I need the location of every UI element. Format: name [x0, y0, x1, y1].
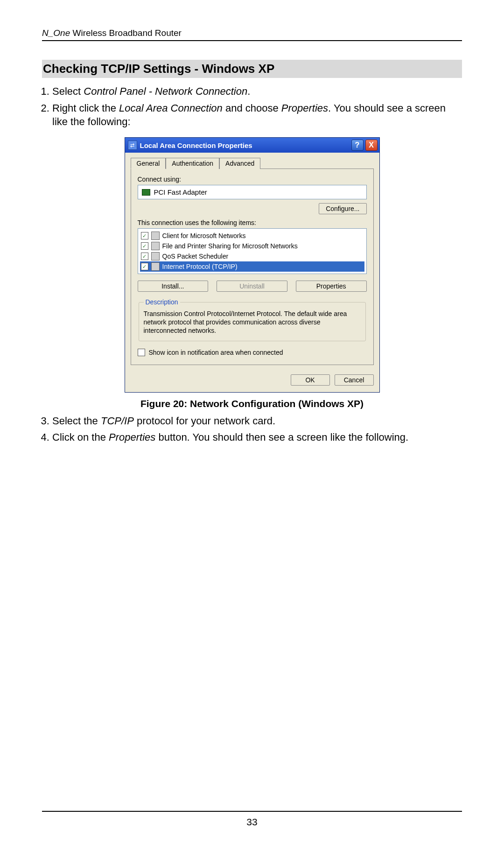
close-button[interactable]: X [365, 140, 378, 151]
page-number: 33 [0, 816, 504, 828]
adapter-name: PCI Fast Adapter [154, 188, 207, 196]
description-group: Description Transmission Control Protoco… [139, 298, 366, 341]
list-item-label: QoS Packet Scheduler [162, 253, 229, 260]
description-legend: Description [144, 298, 180, 306]
uninstall-button[interactable]: Uninstall [217, 281, 287, 292]
list-item-label: File and Printer Sharing for Microsoft N… [162, 242, 298, 250]
list-item[interactable]: ✓ Client for Microsoft Networks [140, 231, 364, 241]
steps-list-bottom: Select the TCP/IP protocol for your netw… [52, 414, 462, 444]
help-button[interactable]: ? [351, 140, 364, 151]
dialog-footer: OK Cancel [125, 370, 379, 392]
properties-button[interactable]: Properties [296, 281, 367, 292]
protocol-icon [151, 262, 160, 271]
step-3: Select the TCP/IP protocol for your netw… [52, 414, 462, 428]
ok-button[interactable]: OK [291, 374, 330, 386]
footer-rule [42, 811, 462, 812]
items-label: This connection uses the following items… [138, 219, 367, 226]
configure-button[interactable]: Configure... [319, 203, 366, 214]
checkbox-icon[interactable]: ✓ [141, 242, 148, 250]
show-icon-label: Show icon in notification area when conn… [149, 349, 283, 356]
tab-advanced[interactable]: Advanced [219, 158, 260, 169]
install-button[interactable]: Install... [138, 281, 209, 292]
tab-strip: General Authentication Advanced [131, 157, 374, 169]
list-item-label: Internet Protocol (TCP/IP) [162, 263, 238, 270]
tab-panel: Connect using: PCI Fast Adapter Configur… [131, 169, 374, 365]
description-text: Transmission Control Protocol/Internet P… [144, 309, 361, 335]
service-icon [151, 252, 160, 260]
list-item[interactable]: ✓ File and Printer Sharing for Microsoft… [140, 241, 364, 251]
titlebar[interactable]: ⇄ Local Area Connection Properties ? X [125, 138, 379, 153]
adapter-icon [142, 189, 150, 196]
list-item-selected[interactable]: ✓ Internet Protocol (TCP/IP) [140, 261, 364, 272]
step-1: Select Control Panel - Network Connectio… [52, 84, 462, 98]
service-icon [151, 232, 160, 240]
tab-authentication[interactable]: Authentication [166, 158, 219, 169]
page-header: N_One Wireless Broadband Router [42, 28, 462, 41]
checkbox-icon[interactable]: ✓ [138, 349, 145, 356]
adapter-box: PCI Fast Adapter [138, 185, 367, 199]
cancel-button[interactable]: Cancel [335, 374, 374, 386]
connect-using-label: Connect using: [138, 176, 367, 183]
figure-caption: Figure 20: Network Configuration (Window… [42, 398, 462, 409]
items-listbox[interactable]: ✓ Client for Microsoft Networks ✓ File a… [138, 228, 367, 274]
dialog-title: Local Area Connection Properties [140, 141, 350, 149]
list-item[interactable]: ✓ QoS Packet Scheduler [140, 251, 364, 261]
step-4: Click on the Properties button. You shou… [52, 430, 462, 444]
section-title: Checking TCP/IP Settings - Windows XP [42, 60, 462, 78]
connection-icon: ⇄ [128, 141, 137, 150]
tab-general[interactable]: General [131, 158, 166, 169]
checkbox-icon[interactable]: ✓ [141, 263, 148, 270]
show-icon-row[interactable]: ✓ Show icon in notification area when co… [138, 349, 367, 356]
list-item-label: Client for Microsoft Networks [162, 232, 246, 239]
step-2: Right click the Local Area Connection an… [52, 101, 462, 129]
checkbox-icon[interactable]: ✓ [141, 253, 148, 260]
checkbox-icon[interactable]: ✓ [141, 232, 148, 239]
service-icon [151, 242, 160, 250]
header-product-italic: N_One [42, 28, 70, 38]
xp-dialog: ⇄ Local Area Connection Properties ? X G… [125, 137, 380, 393]
steps-list-top: Select Control Panel - Network Connectio… [52, 84, 462, 129]
header-product-rest: Wireless Broadband Router [70, 28, 182, 38]
